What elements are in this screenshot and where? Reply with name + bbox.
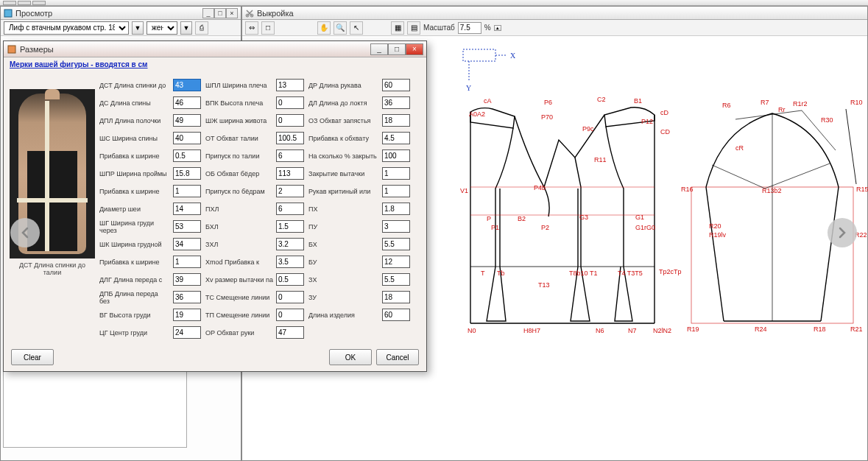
svg-rect-69 xyxy=(8,46,15,53)
gender-arrow-btn[interactable]: ▼ xyxy=(180,21,192,35)
min-btn[interactable]: _ xyxy=(202,8,214,18)
measure-input[interactable] xyxy=(276,220,304,233)
measure-input[interactable] xyxy=(173,309,201,321)
measure-input[interactable] xyxy=(173,96,201,109)
svg-text:P70: P70 xyxy=(541,113,553,121)
measure-input[interactable] xyxy=(173,238,201,250)
dialog-hint-link[interactable]: Мерки вашей фигуры - вводятся в см xyxy=(10,60,420,68)
measure-input[interactable] xyxy=(173,273,201,286)
measure-input[interactable] xyxy=(382,167,410,180)
measure-input[interactable] xyxy=(382,220,410,233)
svg-text:cA: cA xyxy=(484,97,492,105)
field-label: БХЛ xyxy=(205,223,219,230)
measure-input[interactable] xyxy=(173,132,201,144)
scale-up-btn[interactable]: ▲ xyxy=(494,25,501,31)
measure-input[interactable] xyxy=(173,167,201,180)
dialog-titlebar[interactable]: Размеры _ □ × xyxy=(4,41,426,57)
measure-input[interactable] xyxy=(382,256,410,268)
grid-tool-icon[interactable]: ▤ xyxy=(407,21,420,35)
svg-text:P: P xyxy=(487,215,491,222)
carousel-next-btn[interactable] xyxy=(828,218,857,247)
nav-tool-icon[interactable]: □ xyxy=(261,21,275,35)
field-label: Прибавка к ширине xyxy=(99,188,160,195)
carousel-prev-btn[interactable] xyxy=(10,218,40,247)
gender-select[interactable]: жен xyxy=(147,21,177,35)
pointer-tool-icon[interactable]: ↖ xyxy=(350,21,363,35)
measure-input[interactable] xyxy=(382,309,410,321)
measure-input[interactable] xyxy=(382,203,410,215)
measure-input[interactable] xyxy=(173,203,201,215)
measure-input[interactable] xyxy=(276,203,304,215)
dialog-close-btn[interactable]: × xyxy=(406,43,423,55)
measure-input[interactable] xyxy=(276,167,304,180)
max-btn[interactable]: □ xyxy=(214,8,226,18)
tb-btn[interactable] xyxy=(18,1,31,5)
measure-input[interactable] xyxy=(382,185,410,197)
clear-button[interactable]: Clear xyxy=(11,349,54,365)
measure-input[interactable] xyxy=(173,149,201,162)
cancel-button[interactable]: Cancel xyxy=(376,349,419,365)
hand-tool-icon[interactable]: ✋ xyxy=(317,21,331,35)
tool-icon[interactable]: ⎙ xyxy=(195,21,208,35)
measure-input[interactable] xyxy=(382,273,410,286)
measure-input[interactable] xyxy=(276,256,304,268)
measure-input[interactable] xyxy=(276,79,304,91)
field-label: Рукав критиный или xyxy=(308,188,370,195)
svg-text:R6: R6 xyxy=(722,102,731,109)
measure-input[interactable] xyxy=(173,256,201,268)
measure-input[interactable] xyxy=(276,149,304,162)
preview-title: Просмотр xyxy=(15,9,52,18)
measure-input[interactable] xyxy=(382,114,410,127)
measure-input[interactable] xyxy=(276,132,304,144)
measure-input[interactable] xyxy=(173,114,201,127)
tb-btn[interactable] xyxy=(32,1,46,5)
measure-input[interactable] xyxy=(173,220,201,233)
field-label: ЗХ xyxy=(308,276,317,284)
svg-text:R30: R30 xyxy=(821,116,833,124)
measure-input[interactable] xyxy=(276,291,304,303)
measure-input[interactable] xyxy=(276,96,304,109)
svg-text:H8H7: H8H7 xyxy=(523,327,540,334)
field-label: Припуск по бёдрам xyxy=(205,188,265,195)
zoom-tool-icon[interactable]: 🔍 xyxy=(334,21,347,35)
dialog-min-btn[interactable]: _ xyxy=(370,43,388,55)
measure-input[interactable] xyxy=(382,291,410,303)
mannequin-caption: ДСТ Длина спинки до талии xyxy=(10,261,95,276)
nav-tool-icon[interactable]: ⇔ xyxy=(245,21,258,35)
svg-text:R20: R20 xyxy=(709,222,721,230)
measure-input[interactable] xyxy=(276,309,304,321)
measure-input[interactable] xyxy=(382,149,410,162)
measure-input[interactable] xyxy=(276,114,304,127)
measure-input[interactable] xyxy=(276,238,304,250)
svg-text:R11: R11 xyxy=(594,156,607,163)
prev-pattern-btn[interactable]: ▼ xyxy=(132,21,144,35)
dialog-max-btn[interactable]: □ xyxy=(388,43,406,55)
tb-btn[interactable] xyxy=(3,1,16,5)
field-label: БУ xyxy=(308,258,317,266)
grid-tool-icon[interactable]: ▦ xyxy=(391,21,404,35)
measure-input[interactable] xyxy=(173,326,201,339)
svg-text:Rr: Rr xyxy=(778,106,786,113)
close-btn[interactable]: × xyxy=(226,8,238,18)
measure-input[interactable] xyxy=(173,291,201,303)
svg-line-51 xyxy=(846,109,856,184)
measure-input[interactable] xyxy=(382,96,410,109)
measure-input[interactable] xyxy=(382,238,410,250)
measure-input[interactable] xyxy=(382,132,410,144)
top-toolbar xyxy=(0,0,868,6)
ok-button[interactable]: OK xyxy=(329,349,372,365)
field-label: ШК Ширина грудной xyxy=(99,241,161,248)
measure-input[interactable] xyxy=(276,326,304,339)
measure-input[interactable] xyxy=(276,185,304,197)
measure-input[interactable] xyxy=(382,79,410,91)
pattern-select[interactable]: Лиф с втачным рукавом стр. 181-225 xyxy=(4,21,129,35)
measure-input[interactable] xyxy=(276,273,304,286)
svg-text:C2: C2 xyxy=(597,96,606,103)
measurements-dialog: Размеры _ □ × Мерки вашей фигуры - вводя… xyxy=(3,41,427,372)
measure-input[interactable] xyxy=(173,79,201,91)
svg-text:T: T xyxy=(481,270,485,277)
field-label: ДПЛ Длина полочки xyxy=(99,117,160,124)
scale-input[interactable] xyxy=(458,22,481,34)
measure-input[interactable] xyxy=(173,185,201,197)
field-label: Закрытие вытачки xyxy=(308,170,364,177)
